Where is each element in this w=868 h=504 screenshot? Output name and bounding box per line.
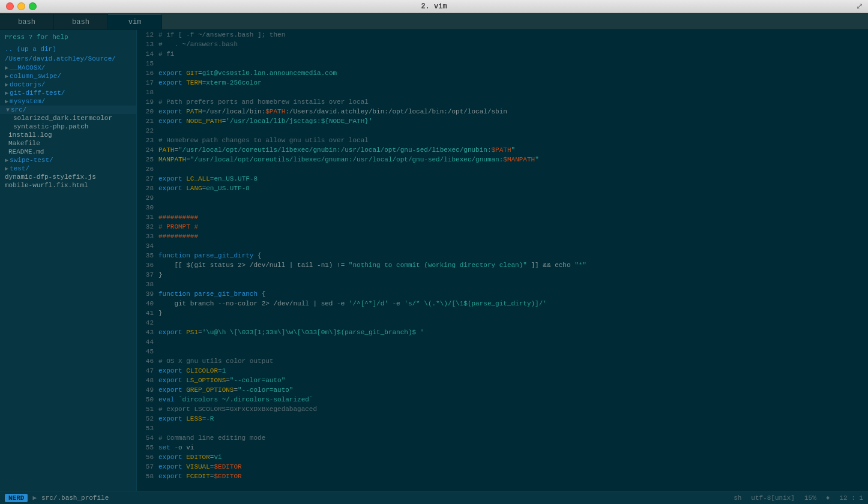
code-line-18: 18 [137, 88, 868, 97]
sidebar-item-test[interactable]: ▶ test/ [0, 164, 136, 173]
status-format: utf-8[unix] [751, 494, 795, 502]
status-line-col: 12 : 1 [839, 494, 863, 502]
sidebar-current-path: /Users/david.atchley/Source/ [0, 54, 136, 64]
status-right: sh utf-8[unix] 15% ♦ 12 : 1 [734, 494, 863, 502]
sidebar-item-mysystem[interactable]: ▶ mysystem/ [0, 97, 136, 106]
code-line-16: 16 export GIT=git@vcs0stl0.lan.announcem… [137, 68, 868, 78]
sidebar-item-syntastic[interactable]: syntastic-php.patch [0, 122, 136, 131]
code-line-36: 36 [[ $(git status 2> /dev/null | tail -… [137, 260, 868, 270]
code-line-14: 14 # fi [137, 49, 868, 59]
maximize-button[interactable] [29, 2, 37, 10]
code-line-30: 30 [137, 203, 868, 212]
code-line-51: 51 # export LSCOLORS=GxFxCxDxBxegedabaga… [137, 404, 868, 414]
code-line-43: 43 export PS1='\u@\h \[\033[1;33m\]\w\[\… [137, 328, 868, 337]
code-line-32: 32 # PROMPT # [137, 222, 868, 232]
code-line-17: 17 export TERM=xterm-256color [137, 78, 868, 88]
sidebar-item-macosx[interactable]: ▶ __MACOSX/ [0, 64, 136, 72]
code-line-15: 15 [137, 59, 868, 68]
titlebar: 2. vim ⤢ [0, 0, 868, 13]
code-line-40: 40 git branch --no-color 2> /dev/null | … [137, 299, 868, 308]
code-line-45: 45 [137, 347, 868, 356]
sidebar-item-doctorjs[interactable]: ▶ doctorjs/ [0, 80, 136, 89]
close-button[interactable] [6, 2, 14, 10]
code-line-54: 54 # Command line editing mode [137, 433, 868, 443]
tab-bash-2[interactable]: bash [54, 14, 108, 29]
code-line-31: 31 ########## [137, 212, 868, 222]
code-line-20: 20 export PATH=/usr/local/bin:$PATH:/Use… [137, 107, 868, 116]
main-content: Press ? for help .. (up a dir) /Users/da… [0, 30, 868, 491]
nerd-badge: NERD [5, 494, 28, 502]
code-line-13: 13 # . ~/answers.bash [137, 40, 868, 49]
code-line-48: 48 export LS_OPTIONS="--color=auto" [137, 376, 868, 385]
status-percent: 15% [804, 494, 816, 502]
code-line-12: 12 # if [ -f ~/answers.bash ]; then [137, 30, 868, 40]
sidebar-item-install-log[interactable]: install.log [0, 131, 136, 139]
status-encoding: sh [734, 494, 741, 502]
status-left: NERD ▶ src/.bash_profile [5, 494, 109, 502]
code-line-23: 23 # Homebrew path changes to allow gnu … [137, 136, 868, 145]
sidebar-item-git-diff-test[interactable]: ▶ git-diff-test/ [0, 89, 136, 97]
arrow-icon: ▶ [5, 64, 8, 71]
code-line-58: 58 export FCEDIT=$EDITOR [137, 472, 868, 481]
statusbar: NERD ▶ src/.bash_profile sh utf-8[unix] … [0, 491, 868, 504]
code-line-53: 53 [137, 424, 868, 433]
sidebar-item-makefile[interactable]: Makefile [0, 139, 136, 148]
code-line-19: 19 # Path prefers ports and homebrew ins… [137, 97, 868, 107]
code-line-46: 46 # OS X gnu utils color output [137, 356, 868, 366]
code-line-25: 25 MANPATH="/usr/local/opt/coreutils/lib… [137, 155, 868, 164]
code-line-41: 41 } [137, 308, 868, 318]
code-line-24: 24 PATH="/usr/local/opt/coreutils/libexe… [137, 145, 868, 155]
code-line-50: 50 eval `dircolors ~/.dircolors-solarize… [137, 395, 868, 404]
sidebar-dir-up[interactable]: .. (up a dir) [0, 44, 136, 54]
code-line-56: 56 export EDITOR=vi [137, 452, 868, 462]
code-line-33: 33 ########## [137, 232, 868, 241]
tab-vim[interactable]: vim [108, 14, 162, 29]
tab-bash-1[interactable]: bash [0, 14, 54, 29]
sidebar-item-readme[interactable]: README.md [0, 148, 136, 156]
code-line-52: 52 export LESS=-R [137, 414, 868, 424]
code-line-47: 47 export CLICOLOR=1 [137, 366, 868, 376]
code-editor[interactable]: 12 # if [ -f ~/answers.bash ]; then 13 #… [137, 30, 868, 491]
arrow-icon: ▶ [5, 81, 8, 88]
code-line-22: 22 [137, 126, 868, 136]
sidebar-item-dynamic-dfp[interactable]: dynamic-dfp-stylefix.js [0, 173, 136, 181]
arrow-icon: ▶ [5, 98, 8, 105]
code-line-28: 28 export LANG=en_US.UTF-8 [137, 184, 868, 193]
sidebar-item-mobile-wurfl[interactable]: mobile-wurfl.fix.html [0, 181, 136, 190]
arrow-icon: ▶ [5, 165, 8, 172]
code-line-37: 37 } [137, 270, 868, 280]
window-controls [6, 2, 37, 10]
resize-icon[interactable]: ⤢ [856, 1, 863, 11]
arrow-icon: ▶ [5, 73, 8, 80]
code-line-21: 21 export NODE_PATH='/usr/local/lib/jsct… [137, 116, 868, 126]
window-title: 2. vim [421, 2, 447, 11]
sidebar-item-solarized[interactable]: solarized_dark.itermcolor [0, 114, 136, 122]
code-line-29: 29 [137, 193, 868, 203]
arrow-icon: ▶ [5, 89, 8, 97]
code-line-49: 49 export GREP_OPTIONS="--color=auto" [137, 385, 868, 395]
code-line-55: 55 set -o vi [137, 443, 868, 452]
code-line-44: 44 [137, 337, 868, 347]
code-line-57: 57 export VISUAL=$EDITOR [137, 462, 868, 472]
code-line-42: 42 [137, 318, 868, 328]
arrow-down-icon: ▼ [6, 107, 10, 113]
arrow-icon: ▶ [5, 157, 8, 164]
code-line-26: 26 [137, 164, 868, 174]
sidebar: Press ? for help .. (up a dir) /Users/da… [0, 30, 137, 491]
code-line-34: 34 [137, 241, 868, 251]
code-line-38: 38 [137, 280, 868, 289]
sidebar-item-swipe-test[interactable]: ▶ swipe-test/ [0, 156, 136, 164]
status-filepath: src/.bash_profile [41, 494, 109, 502]
sidebar-item-src[interactable]: ▼ src/ [0, 106, 136, 114]
sidebar-item-column-swipe[interactable]: ▶ column_swipe/ [0, 72, 136, 80]
code-line-27: 27 export LC_ALL=en_US.UTF-8 [137, 174, 868, 184]
code-content: 12 # if [ -f ~/answers.bash ]; then 13 #… [137, 30, 868, 481]
code-line-35: 35 function parse_git_dirty { [137, 251, 868, 260]
sidebar-help: Press ? for help [0, 32, 136, 44]
tabbar: bash bash vim [0, 13, 868, 30]
code-line-39: 39 function parse_git_branch { [137, 289, 868, 299]
minimize-button[interactable] [17, 2, 25, 10]
